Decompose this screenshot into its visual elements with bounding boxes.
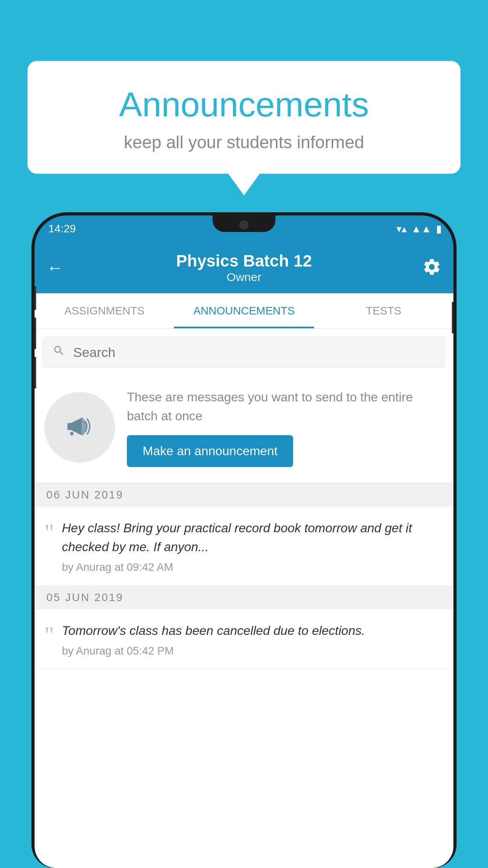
message-meta-2: by Anurag at 05:42 PM xyxy=(62,645,444,657)
quote-icon-2: " xyxy=(44,623,54,647)
speech-bubble-title: Announcements xyxy=(59,85,429,125)
battery-icon: ▮ xyxy=(436,223,442,235)
message-text-2: Tomorrow's class has been cancelled due … xyxy=(62,621,444,640)
header-title: Physics Batch 12 xyxy=(176,252,312,270)
make-announcement-button[interactable]: Make an announcement xyxy=(127,435,293,467)
quote-icon-1: " xyxy=(44,520,54,544)
empty-icon-circle xyxy=(44,392,115,463)
signal-icon: ▲▲ xyxy=(411,223,431,235)
phone-inner: 14:29 ▾▴ ▲▲ ▮ ← Physics Batch 12 Owner xyxy=(35,215,453,868)
speech-bubble-subtitle: keep all your students informed xyxy=(59,132,429,152)
message-text-1: Hey class! Bring your practical record b… xyxy=(62,519,444,556)
header-subtitle: Owner xyxy=(176,270,312,284)
volume-up-button xyxy=(35,286,36,310)
announcement-item-1[interactable]: " Hey class! Bring your practical record… xyxy=(35,507,453,586)
empty-state-text: These are messages you want to send to t… xyxy=(127,388,444,425)
tabs-bar: ASSIGNMENTS ANNOUNCEMENTS TESTS xyxy=(35,293,453,329)
app-header: ← Physics Batch 12 Owner xyxy=(35,242,453,293)
date-separator-2: 05 JUN 2019 xyxy=(35,586,453,609)
speech-bubble: Announcements keep all your students inf… xyxy=(28,61,460,174)
message-content-2: Tomorrow's class has been cancelled due … xyxy=(62,621,444,657)
wifi-icon: ▾▴ xyxy=(396,223,407,235)
svg-rect-1 xyxy=(68,423,72,430)
status-icons: ▾▴ ▲▲ ▮ xyxy=(396,223,442,235)
tab-tests[interactable]: TESTS xyxy=(314,293,453,328)
phone-frame: 14:29 ▾▴ ▲▲ ▮ ← Physics Batch 12 Owner xyxy=(31,212,457,868)
speech-bubble-tail xyxy=(228,174,260,195)
empty-state: These are messages you want to send to t… xyxy=(35,376,453,483)
silent-button xyxy=(35,357,36,388)
search-bar[interactable] xyxy=(42,337,446,368)
announcement-item-2[interactable]: " Tomorrow's class has been cancelled du… xyxy=(35,609,453,669)
search-icon xyxy=(53,344,65,360)
gear-icon xyxy=(422,271,442,278)
back-button[interactable]: ← xyxy=(46,258,64,278)
volume-down-button xyxy=(35,318,36,349)
empty-state-content: These are messages you want to send to t… xyxy=(127,388,444,467)
power-button xyxy=(452,302,453,333)
search-input[interactable] xyxy=(73,345,435,360)
tab-assignments[interactable]: ASSIGNMENTS xyxy=(35,293,174,328)
svg-point-2 xyxy=(70,432,73,436)
phone-notch xyxy=(213,215,275,232)
settings-button[interactable] xyxy=(422,257,442,278)
speech-bubble-container: Announcements keep all your students inf… xyxy=(28,61,460,195)
message-content-1: Hey class! Bring your practical record b… xyxy=(62,519,444,574)
header-center: Physics Batch 12 Owner xyxy=(176,252,312,284)
status-time: 14:29 xyxy=(48,223,76,235)
message-meta-1: by Anurag at 09:42 AM xyxy=(62,561,444,574)
camera xyxy=(239,220,249,230)
content-area: These are messages you want to send to t… xyxy=(35,329,453,868)
date-separator-1: 06 JUN 2019 xyxy=(35,483,453,507)
tab-announcements[interactable]: ANNOUNCEMENTS xyxy=(174,293,314,328)
megaphone-icon xyxy=(62,409,97,446)
